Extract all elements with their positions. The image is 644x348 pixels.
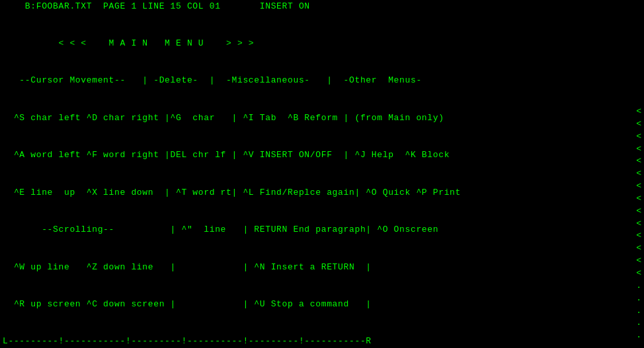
scrollbar-char: < [636, 180, 641, 193]
scrollbar-char: < [636, 193, 641, 205]
terminal: B:FOOBAR.TXT PAGE 1 LINE 15 COL 01 INSER… [0, 0, 644, 348]
scrollbar: <<<<<<<<<<<<<<................ [636, 106, 641, 348]
menu-line6: ^W up line ^Z down line | | ^N Insert a … [3, 261, 641, 274]
scrollbar-char: < [636, 242, 641, 255]
scrollbar-char: < [636, 267, 641, 280]
scrollbar-char: < [636, 168, 641, 180]
scrollbar-char: < [636, 131, 641, 143]
menu-line3: ^A word left ^F word right |DEL chr lf |… [3, 149, 641, 162]
menu-line2: ^S char left ^D char right |^G char | ^I… [3, 112, 641, 125]
menu-line1: --Cursor Movement-- | -Delete- | -Miscel… [3, 75, 641, 87]
menu-line5: --Scrolling-- | ^" line | RETURN End par… [3, 224, 641, 236]
menu-line7: ^R up screen ^C down screen | | ^U Stop … [3, 298, 641, 311]
scrollbar-char: . [636, 305, 641, 318]
menu-line4: ^E line up ^X line down | ^T word rt| ^L… [3, 187, 641, 199]
status-bar: B:FOOBAR.TXT PAGE 1 LINE 15 COL 01 INSER… [0, 0, 644, 13]
separator-line: L---------!-----------!---------!-------… [0, 336, 644, 346]
menu-area: < < < M A I N M E N U > > > --Cursor Mov… [0, 13, 644, 336]
scrollbar-char: < [636, 143, 641, 156]
scrollbar-char: < [636, 230, 641, 242]
scrollbar-char: < [636, 155, 641, 168]
scrollbar-char: < [636, 118, 641, 131]
scrollbar-char: . [636, 342, 641, 348]
scrollbar-char: . [636, 317, 641, 330]
scrollbar-char: < [636, 255, 641, 267]
scrollbar-char: . [636, 330, 641, 342]
scrollbar-char: < [636, 205, 641, 218]
menu-title: < < < M A I N M E N U > > > [3, 38, 641, 50]
scrollbar-char: < [636, 106, 641, 118]
scrollbar-char: < [636, 218, 641, 230]
scrollbar-char: . [636, 280, 641, 293]
scrollbar-char: . [636, 293, 641, 305]
